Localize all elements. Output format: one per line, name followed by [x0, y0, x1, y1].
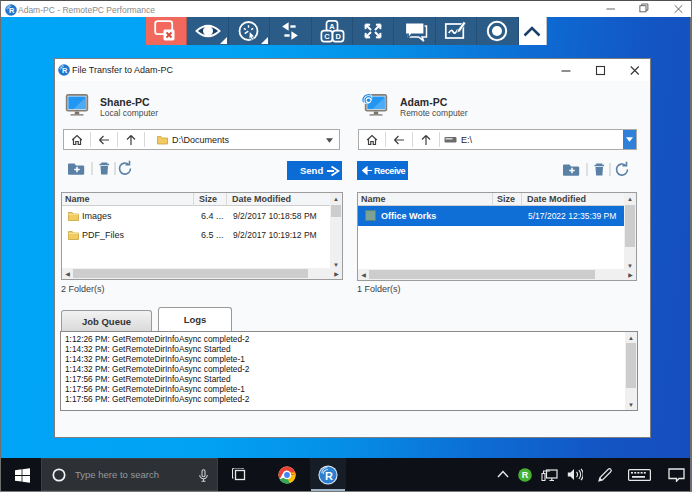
- svg-text:R: R: [325, 470, 333, 482]
- svg-text:C: C: [324, 32, 330, 41]
- svg-text:R: R: [522, 470, 529, 480]
- svg-text:A: A: [329, 22, 335, 31]
- svg-text:R: R: [9, 6, 15, 15]
- svg-text:R: R: [62, 66, 68, 75]
- svg-text:D: D: [335, 32, 341, 41]
